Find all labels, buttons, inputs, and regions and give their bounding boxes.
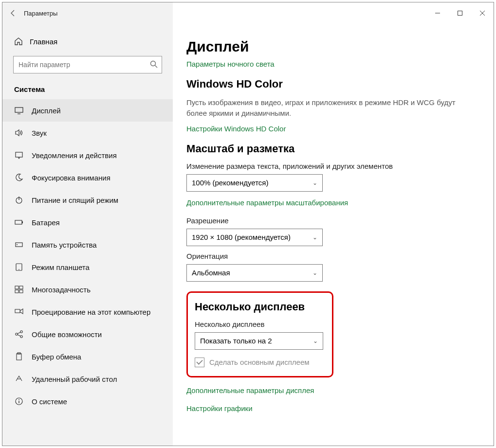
sidebar: Главная Система Дисплей Звук Уведомления…	[2, 2, 173, 446]
multiple-displays-highlight: Несколько дисплеев Несколько дисплеев По…	[186, 291, 333, 377]
sidebar-item-about[interactable]: О системе	[2, 390, 173, 412]
scale-label: Изменение размера текста, приложений и д…	[186, 162, 494, 170]
scale-dropdown[interactable]: 100% (рекомендуется) ⌄	[186, 174, 323, 192]
clipboard-icon	[14, 352, 24, 361]
sidebar-item-focus[interactable]: Фокусировка внимания	[2, 166, 173, 189]
close-button[interactable]	[471, 5, 494, 21]
sidebar-item-notifications[interactable]: Уведомления и действия	[2, 144, 173, 166]
orientation-label: Ориентация	[186, 252, 494, 260]
svg-line-3	[155, 66, 158, 68]
sidebar-item-label: Питание и спящий режим	[32, 196, 118, 204]
tablet-icon	[14, 262, 24, 272]
checkbox-icon	[195, 358, 204, 367]
info-icon	[14, 396, 24, 406]
monitor-icon	[14, 106, 24, 115]
multi-heading: Несколько дисплеев	[195, 301, 323, 313]
chevron-down-icon: ⌄	[312, 234, 317, 241]
svg-rect-15	[15, 286, 18, 289]
minimize-button[interactable]	[426, 5, 449, 21]
primary-display-checkbox-row[interactable]: Сделать основным дисплеем	[195, 358, 323, 367]
sidebar-item-label: Буфер обмена	[32, 353, 81, 361]
multi-dropdown[interactable]: Показать только на 2 ⌄	[195, 332, 323, 350]
chevron-down-icon: ⌄	[312, 179, 317, 186]
sidebar-item-display[interactable]: Дисплей	[2, 99, 173, 122]
resolution-value: 1920 × 1080 (рекомендуется)	[192, 233, 291, 241]
multi-value: Показать только на 2	[200, 337, 272, 345]
sidebar-item-label: Звук	[32, 129, 47, 137]
sidebar-item-remote[interactable]: Удаленный рабочий стол	[2, 368, 173, 390]
share-icon	[14, 329, 24, 339]
moon-icon	[14, 173, 24, 182]
home-button[interactable]: Главная	[2, 32, 173, 51]
speaker-icon	[14, 128, 24, 138]
sidebar-item-label: Проецирование на этот компьютер	[32, 308, 150, 316]
svg-point-21	[20, 331, 22, 333]
chevron-down-icon: ⌄	[312, 269, 317, 276]
sidebar-item-shared[interactable]: Общие возможности	[2, 323, 173, 345]
back-button[interactable]	[2, 2, 24, 24]
sidebar-item-label: Батарея	[32, 218, 60, 227]
window-title: Параметры	[24, 10, 57, 17]
sidebar-item-label: Уведомления и действия	[32, 151, 117, 160]
svg-rect-17	[15, 290, 18, 293]
advanced-display-link[interactable]: Дополнительные параметры дисплея	[186, 386, 494, 394]
sidebar-item-label: Дисплей	[32, 107, 61, 115]
scale-heading: Масштаб и разметка	[186, 143, 494, 155]
resolution-dropdown[interactable]: 1920 × 1080 (рекомендуется) ⌄	[186, 229, 323, 246]
multi-label: Несколько дисплеев	[195, 320, 323, 328]
svg-rect-10	[22, 221, 23, 223]
resolution-label: Разрешение	[186, 216, 494, 225]
sidebar-item-sound[interactable]: Звук	[2, 122, 173, 144]
svg-point-12	[17, 244, 18, 245]
maximize-button[interactable]	[449, 5, 471, 21]
sidebar-item-battery[interactable]: Батарея	[2, 211, 173, 233]
night-light-link[interactable]: Параметры ночного света	[186, 60, 494, 68]
content-area: Дисплей Параметры ночного света Windows …	[173, 2, 494, 446]
home-icon	[14, 37, 23, 46]
svg-rect-16	[19, 286, 23, 289]
multitask-icon	[14, 285, 24, 294]
orientation-value: Альбомная	[192, 269, 230, 277]
svg-rect-4	[15, 108, 23, 112]
sidebar-item-power[interactable]: Питание и спящий режим	[2, 189, 173, 211]
hd-color-link[interactable]: Настройки Windows HD Color	[186, 125, 494, 133]
svg-point-30	[18, 399, 19, 400]
sidebar-item-label: Режим планшета	[32, 263, 90, 271]
svg-line-24	[18, 335, 20, 336]
sidebar-item-project[interactable]: Проецирование на этот компьютер	[2, 301, 173, 323]
title-bar: Параметры	[2, 2, 494, 24]
search-field[interactable]	[13, 56, 162, 73]
sidebar-item-tablet[interactable]: Режим планшета	[2, 256, 173, 278]
svg-rect-25	[17, 354, 21, 360]
orientation-dropdown[interactable]: Альбомная ⌄	[186, 264, 323, 282]
sidebar-item-label: Фокусировка внимания	[32, 174, 110, 182]
sidebar-item-label: Удаленный рабочий стол	[32, 375, 117, 383]
power-icon	[14, 195, 24, 205]
project-icon	[14, 307, 24, 317]
sidebar-item-label: Память устройства	[32, 241, 97, 249]
svg-point-22	[20, 336, 22, 338]
svg-rect-18	[19, 290, 23, 293]
graphics-link[interactable]: Настройки графики	[186, 404, 494, 412]
advanced-scale-link[interactable]: Дополнительные параметры масштабирования	[186, 198, 494, 207]
scale-value: 100% (рекомендуется)	[192, 179, 268, 187]
remote-icon	[14, 374, 24, 384]
sidebar-item-clipboard[interactable]: Буфер обмена	[2, 345, 173, 368]
sidebar-item-multitask[interactable]: Многозадачность	[2, 278, 173, 301]
svg-line-23	[18, 332, 20, 334]
svg-point-2	[151, 61, 156, 66]
sidebar-item-storage[interactable]: Память устройства	[2, 233, 173, 256]
storage-icon	[14, 240, 24, 250]
svg-rect-19	[15, 309, 20, 313]
search-icon	[149, 60, 158, 69]
home-label: Главная	[30, 37, 57, 46]
search-input[interactable]	[13, 56, 162, 73]
sidebar-item-label: Общие возможности	[32, 330, 102, 339]
hd-color-body: Пусть изображения в видео, играх и прило…	[186, 97, 459, 119]
svg-point-20	[16, 333, 18, 335]
primary-display-label: Сделать основным дисплеем	[209, 358, 310, 366]
sidebar-group: Система	[2, 78, 173, 99]
sidebar-item-label: Многозадачность	[32, 286, 91, 294]
chevron-down-icon: ⌄	[313, 338, 318, 344]
svg-rect-6	[16, 152, 22, 157]
